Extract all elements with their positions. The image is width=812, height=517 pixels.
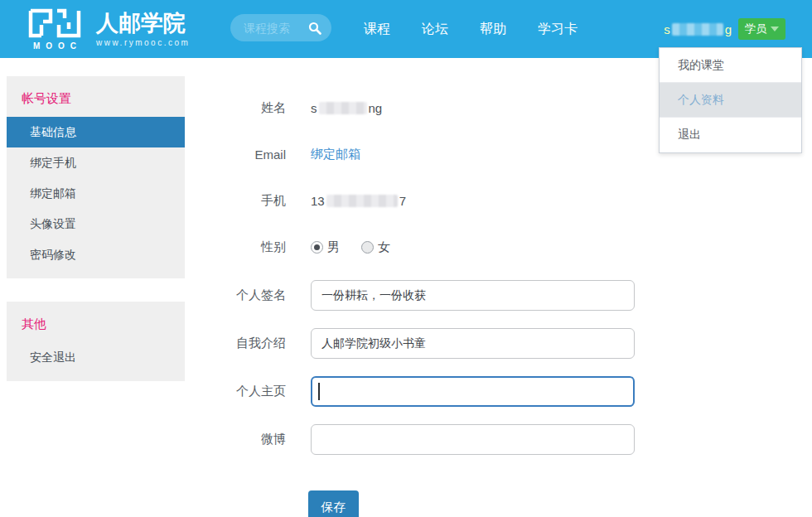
sidebar-section-account: 帐号设置 基础信息 绑定手机 绑定邮箱 头像设置 密码修改 xyxy=(7,76,185,278)
text-cursor xyxy=(318,383,320,400)
username-prefix: s xyxy=(664,22,670,36)
sidebar-item-bind-email[interactable]: 绑定邮箱 xyxy=(7,178,185,209)
nav-help[interactable]: 帮助 xyxy=(480,14,506,45)
username[interactable]: sg xyxy=(664,22,732,36)
name-value-prefix: s xyxy=(311,101,317,115)
maze-logo-icon xyxy=(27,7,82,40)
top-navigation: 课程 论坛 帮助 学习卡 xyxy=(348,0,593,58)
search-input[interactable] xyxy=(244,22,308,35)
brand-title: 人邮学院 xyxy=(96,11,190,36)
gender-female-label: 女 xyxy=(378,239,390,255)
sidebar-item-safe-logout[interactable]: 安全退出 xyxy=(7,342,185,373)
dropdown-item-logout[interactable]: 退出 xyxy=(660,118,801,152)
email-label: Email xyxy=(199,147,286,162)
sidebar-section-other: 其他 安全退出 xyxy=(7,302,185,381)
logo-mooc-text: MOOC xyxy=(27,41,82,51)
intro-label: 自我介绍 xyxy=(199,336,286,351)
weibo-label: 微博 xyxy=(199,432,286,447)
gender-male-label: 男 xyxy=(327,239,340,255)
user-dropdown-menu: 我的课堂 个人资料 退出 xyxy=(659,47,802,153)
settings-sidebar: 帐号设置 基础信息 绑定手机 绑定邮箱 头像设置 密码修改 其他 安全退出 xyxy=(7,76,185,404)
row-email: Email 绑定邮箱 xyxy=(199,131,663,177)
gender-radio-group: 男 女 xyxy=(311,239,390,255)
homepage-label: 个人主页 xyxy=(199,384,286,399)
name-value-suffix: ng xyxy=(369,101,383,115)
chevron-down-icon xyxy=(771,27,779,31)
nav-courses[interactable]: 课程 xyxy=(364,14,390,45)
username-suffix: g xyxy=(725,22,732,36)
row-gender: 性别 男 女 xyxy=(199,224,663,270)
radio-female-unchecked[interactable] xyxy=(361,241,374,254)
row-phone: 手机 137 xyxy=(199,177,663,224)
name-label: 姓名 xyxy=(199,100,286,116)
phone-value-prefix: 13 xyxy=(311,194,325,208)
gender-label: 性别 xyxy=(199,239,286,255)
role-badge[interactable]: 学员 xyxy=(738,18,785,40)
username-blurred xyxy=(672,23,723,36)
search-icon[interactable] xyxy=(308,22,321,35)
save-button[interactable]: 保存 xyxy=(308,490,359,517)
homepage-input[interactable] xyxy=(311,376,635,407)
dropdown-item-my-classroom[interactable]: 我的课堂 xyxy=(660,48,801,83)
role-badge-label: 学员 xyxy=(745,22,766,36)
phone-value-blurred xyxy=(326,195,398,207)
row-signature: 个人签名 xyxy=(199,280,663,311)
brand-url: www.rymooc.com xyxy=(96,38,190,47)
signature-label: 个人签名 xyxy=(199,287,286,303)
signature-input[interactable] xyxy=(311,280,635,311)
phone-value-suffix: 7 xyxy=(399,194,406,208)
row-homepage: 个人主页 xyxy=(199,376,663,407)
intro-input[interactable] xyxy=(311,328,635,359)
sidebar-item-basic-info[interactable]: 基础信息 xyxy=(7,117,185,147)
radio-male-checked[interactable] xyxy=(311,241,323,254)
name-value-blurred xyxy=(319,102,367,114)
nav-forum[interactable]: 论坛 xyxy=(422,14,448,45)
sidebar-title-other: 其他 xyxy=(7,302,185,342)
nav-study-card[interactable]: 学习卡 xyxy=(538,14,578,45)
sidebar-item-bind-phone[interactable]: 绑定手机 xyxy=(7,147,185,178)
course-search-box[interactable] xyxy=(230,14,331,41)
profile-form: 姓名 sng Email 绑定邮箱 手机 137 性别 男 女 xyxy=(199,85,663,517)
sidebar-item-avatar[interactable]: 头像设置 xyxy=(7,209,185,239)
gender-option-male[interactable]: 男 xyxy=(311,239,340,255)
dropdown-item-profile[interactable]: 个人资料 xyxy=(660,83,801,118)
bind-email-link[interactable]: 绑定邮箱 xyxy=(311,147,360,162)
row-weibo: 微博 xyxy=(199,424,663,455)
row-intro: 自我介绍 xyxy=(199,328,663,359)
weibo-input[interactable] xyxy=(311,424,635,455)
brand-logo[interactable]: MOOC 人邮学院 www.rymooc.com xyxy=(25,7,190,51)
sidebar-title-account-settings: 帐号设置 xyxy=(7,76,185,117)
phone-label: 手机 xyxy=(199,193,286,209)
name-value: sng xyxy=(311,101,382,115)
sidebar-item-change-password[interactable]: 密码修改 xyxy=(7,239,185,270)
row-name: 姓名 sng xyxy=(199,85,663,131)
mooc-logo-icon: MOOC xyxy=(25,7,85,51)
phone-value: 137 xyxy=(311,194,406,208)
gender-option-female[interactable]: 女 xyxy=(361,239,390,255)
